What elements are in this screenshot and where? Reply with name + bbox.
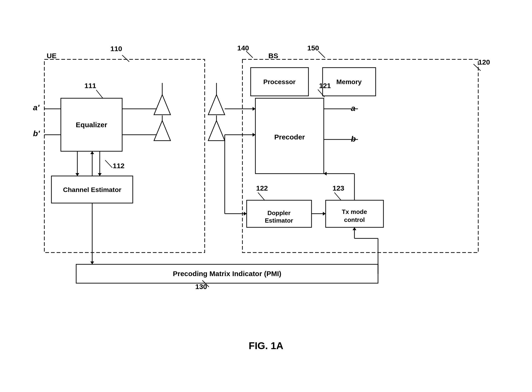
signal-b: b [351,134,356,144]
ref-111: 111 [84,82,96,90]
svg-marker-25 [154,121,171,141]
svg-marker-35 [252,133,255,137]
signal-a-prime: a' [33,103,39,112]
svg-text:Doppler: Doppler [267,210,290,216]
signal-a: a [351,104,355,113]
svg-rect-6 [251,68,309,96]
svg-rect-15 [326,200,383,227]
svg-marker-39 [76,173,79,176]
svg-line-66 [246,51,253,58]
svg-marker-43 [90,151,94,154]
svg-rect-10 [255,98,324,174]
ref-120: 120 [478,58,490,66]
ref-130: 130 [195,283,207,291]
diagram: Equalizer Channel Estimator Processor Me… [30,31,502,361]
ref-150: 150 [307,44,319,52]
svg-rect-1 [242,59,478,252]
svg-line-60 [105,160,112,168]
svg-marker-28 [208,95,225,115]
svg-line-62 [318,89,324,97]
svg-text:Tx mode: Tx mode [342,208,367,215]
ue-label: UE [47,52,57,60]
svg-marker-45 [90,261,94,264]
bs-label: BS [268,52,278,60]
svg-marker-41 [98,173,102,176]
svg-marker-54 [324,172,327,176]
svg-text:Precoder: Precoder [274,133,305,141]
ref-122: 122 [256,184,268,192]
ref-123: 123 [332,184,344,192]
ref-110: 110 [110,45,122,53]
svg-rect-12 [247,200,312,227]
ref-112: 112 [113,162,124,170]
svg-line-59 [96,90,103,98]
ref-140: 140 [237,44,249,52]
svg-text:Channel Estimator: Channel Estimator [63,186,121,193]
svg-line-58 [122,55,129,62]
svg-text:Estimator: Estimator [265,217,293,224]
svg-line-64 [334,192,341,200]
svg-marker-29 [208,121,225,141]
figure-caption: FIG. 1A [249,340,283,351]
svg-text:Processor: Processor [263,78,296,85]
svg-text:control: control [344,216,365,223]
svg-rect-0 [44,59,205,252]
svg-marker-24 [154,95,171,115]
ref-121: 121 [319,82,331,90]
svg-rect-4 [51,176,133,203]
svg-text:Memory: Memory [336,78,362,85]
page: Equalizer Channel Estimator Processor Me… [0,0,532,392]
svg-text:Precoding Matrix Indicator (PM: Precoding Matrix Indicator (PMI) [173,270,281,278]
svg-rect-2 [61,98,122,151]
svg-marker-57 [244,212,247,215]
svg-line-63 [258,192,265,200]
svg-text:Equalizer: Equalizer [76,121,107,129]
svg-marker-49 [352,227,356,230]
svg-marker-33 [252,107,255,111]
signal-b-prime: b' [33,129,40,138]
svg-rect-18 [76,264,378,283]
svg-line-67 [318,51,325,58]
svg-marker-51 [323,212,326,215]
